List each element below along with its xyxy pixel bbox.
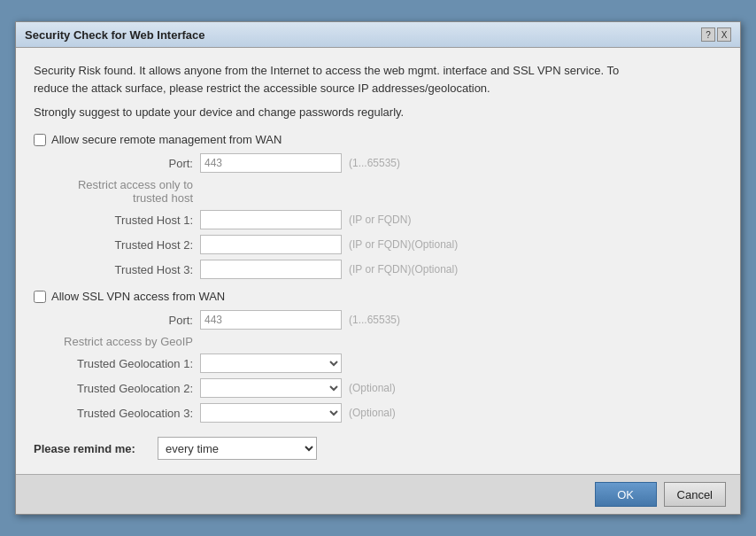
wan-port-label: Port: (51, 157, 193, 170)
security-check-dialog: Security Check for Web Interface ? X Sec… (15, 21, 741, 515)
wan-host2-input[interactable] (200, 235, 342, 254)
ssl-checkbox-row: Allow SSL VPN access from WAN (34, 290, 722, 303)
wan-port-input[interactable] (200, 153, 342, 173)
ssl-checkbox[interactable] (34, 291, 46, 303)
title-bar: Security Check for Web Interface ? X (16, 22, 740, 48)
ssl-section: Allow SSL VPN access from WAN Port: (1..… (34, 290, 722, 423)
ssl-geo2-row: Trusted Geolocation 2: (Optional) (51, 378, 722, 398)
wan-host3-row: Trusted Host 3: (IP or FQDN)(Optional) (51, 260, 722, 279)
ssl-geo3-select[interactable] (200, 403, 342, 423)
wan-host2-hint: (IP or FQDN)(Optional) (349, 238, 458, 251)
wan-host1-input[interactable] (200, 210, 342, 229)
wan-checkbox[interactable] (34, 134, 46, 146)
wan-restrict-label-row: Restrict access only to trusted host (51, 178, 722, 205)
wan-host1-row: Trusted Host 1: (IP or FQDN) (51, 210, 722, 229)
wan-host1-hint: (IP or FQDN) (349, 214, 411, 226)
dialog-title: Security Check for Web Interface (25, 28, 205, 42)
ssl-restrict-label-row: Restrict access by GeoIP (51, 335, 722, 348)
wan-host3-label: Trusted Host 3: (51, 263, 193, 276)
remind-select[interactable]: every time once a day once a week never (158, 437, 317, 460)
wan-host3-input[interactable] (200, 260, 342, 279)
wan-section: Allow secure remote management from WAN … (34, 133, 722, 279)
ssl-checkbox-label: Allow SSL VPN access from WAN (51, 290, 225, 303)
cancel-button[interactable]: Cancel (664, 482, 726, 507)
ok-button[interactable]: OK (595, 482, 657, 507)
ssl-geo3-label: Trusted Geolocation 3: (51, 407, 193, 420)
close-button[interactable]: X (717, 27, 731, 42)
remind-label: Please remind me: (34, 442, 149, 455)
suggest-text: Strongly suggest to update your device a… (34, 105, 722, 119)
title-bar-buttons: ? X (701, 27, 731, 42)
wan-restrict-label: Restrict access only to trusted host (51, 178, 193, 205)
ssl-geo2-label: Trusted Geolocation 2: (51, 382, 193, 395)
ssl-restrict-label: Restrict access by GeoIP (51, 335, 193, 348)
wan-checkbox-row: Allow secure remote management from WAN (34, 133, 722, 146)
ssl-port-hint: (1...65535) (349, 314, 400, 326)
wan-host3-hint: (IP or FQDN)(Optional) (349, 263, 458, 276)
wan-host2-label: Trusted Host 2: (51, 238, 193, 252)
wan-checkbox-label: Allow secure remote management from WAN (51, 133, 282, 146)
wan-fields: Port: (1...65535) Restrict access only t… (51, 153, 722, 279)
ssl-geo1-label: Trusted Geolocation 1: (51, 357, 193, 370)
ssl-geo2-select[interactable] (200, 378, 342, 398)
dialog-body: Security Risk found. It allows anyone fr… (16, 48, 740, 474)
ssl-geo3-row: Trusted Geolocation 3: (Optional) (51, 403, 722, 423)
ssl-geo2-hint: (Optional) (349, 382, 396, 394)
wan-host2-row: Trusted Host 2: (IP or FQDN)(Optional) (51, 235, 722, 254)
remind-row: Please remind me: every time once a day … (34, 437, 722, 460)
ssl-fields: Port: (1...65535) Restrict access by Geo… (51, 310, 722, 423)
wan-port-row: Port: (1...65535) (51, 153, 722, 173)
footer: OK Cancel (16, 474, 740, 514)
ssl-geo3-hint: (Optional) (349, 407, 396, 419)
ssl-geo1-row: Trusted Geolocation 1: (51, 353, 722, 373)
wan-port-hint: (1...65535) (349, 157, 400, 169)
help-button[interactable]: ? (701, 27, 715, 42)
ssl-port-label: Port: (51, 314, 193, 327)
ssl-geo1-select[interactable] (200, 353, 342, 373)
warning-line1: Security Risk found. It allows anyone fr… (34, 62, 722, 97)
ssl-port-input[interactable] (200, 310, 342, 330)
wan-host1-label: Trusted Host 1: (51, 214, 193, 227)
ssl-port-row: Port: (1...65535) (51, 310, 722, 330)
